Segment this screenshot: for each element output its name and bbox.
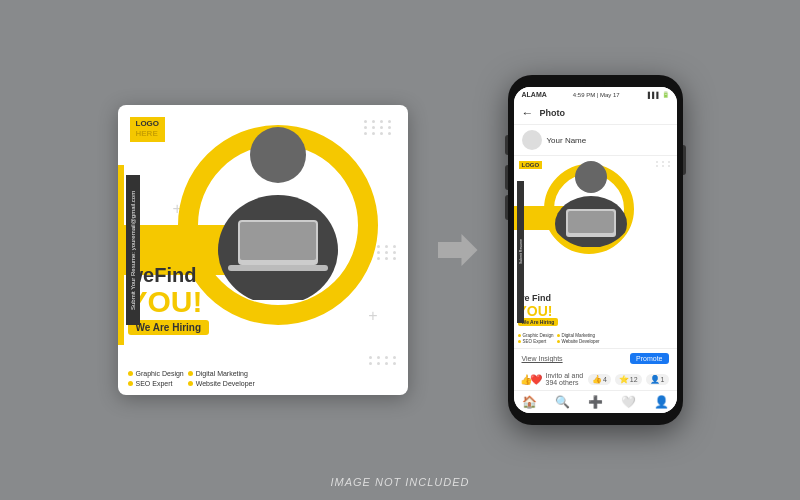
mini-person-image [546, 158, 636, 248]
actions-bar: View Insights Promote [514, 348, 677, 368]
main-container: + + LOGO HERE Submit Yo [0, 0, 800, 500]
mini-skill-2: SEO Expert [518, 339, 554, 344]
skill-col-1: Graphic Design SEO Expert [128, 370, 184, 387]
svg-rect-3 [240, 222, 316, 260]
arrow-icon [438, 230, 478, 270]
mini-dot-grid [656, 161, 672, 167]
carrier-label: ALAMA [522, 91, 547, 98]
phone-volume-down [505, 165, 508, 190]
reaction-count-2: 12 [630, 376, 638, 383]
mini-design-card: LOGO Submit Resume we Find YOU! We Are H… [514, 156, 677, 348]
skill-graphic-design: Graphic Design [128, 370, 184, 377]
side-text: Submit Your Resume: youremail@gmail.com [126, 175, 140, 325]
nav-title: Photo [540, 108, 566, 118]
post-content: LOGO Submit Resume we Find YOU! We Are H… [514, 156, 677, 348]
heart-nav-icon[interactable]: 🤍 [621, 395, 636, 409]
home-icon[interactable]: 🏠 [522, 395, 537, 409]
phone-volume-up [505, 135, 508, 155]
avatar [522, 130, 542, 150]
promote-button[interactable]: Promote [630, 353, 668, 364]
reaction-badge-1: 👍 4 [588, 374, 611, 385]
heart-emoji: ❤️ [530, 374, 542, 385]
mini-logo: LOGO [519, 161, 543, 169]
skill-dot [128, 381, 133, 386]
time-label: 4:59 PM | May 17 [573, 92, 620, 98]
plus-decoration-2: + [368, 307, 377, 325]
view-insights-link[interactable]: View Insights [522, 355, 563, 362]
profile-nav-icon[interactable]: 👤 [654, 395, 669, 409]
logo-here: HERE [136, 129, 160, 139]
text-find: Find [154, 264, 196, 286]
add-icon[interactable]: ➕ [588, 395, 603, 409]
skill-digital-marketing: Digital Marketing [188, 370, 255, 377]
likes-count: Invito al and 394 others [546, 372, 588, 386]
back-arrow-icon[interactable]: ← [522, 106, 534, 120]
arrow-container [438, 230, 478, 270]
mini-skill-col-1: Graphic Design SEO Expert [518, 333, 554, 344]
skill-dot [128, 371, 133, 376]
skill-label: SEO Expert [136, 380, 173, 387]
dot-grid-top-right [364, 120, 393, 135]
phone-notch [585, 80, 605, 85]
phone-body: ALAMA 4:59 PM | May 17 ▐▐▐ 🔋 ← Photo You… [508, 75, 683, 425]
profile-bar: Your Name [514, 125, 677, 156]
skill-dot [188, 381, 193, 386]
reaction-badge-3: 👤 1 [646, 374, 669, 385]
likes-section: 👍 ❤️ Invito al and 394 others [522, 372, 588, 386]
mini-skill-1: Graphic Design [518, 333, 554, 338]
svg-point-0 [250, 127, 306, 183]
bottom-nav-bar: 🏠 🔍 ➕ 🤍 👤 [514, 390, 677, 413]
phone-screen: ALAMA 4:59 PM | May 17 ▐▐▐ 🔋 ← Photo You… [514, 87, 677, 413]
side-stripe [118, 165, 124, 345]
skill-col-2: Digital Marketing Website Developer [188, 370, 255, 387]
battery-icon: 🔋 [662, 91, 669, 98]
phone-power-button [683, 145, 686, 175]
dot-grid-bottom-right [369, 356, 398, 365]
mini-skill-3: Digital Marketing [557, 333, 600, 338]
reaction-emojis: 👍 ❤️ [522, 374, 542, 385]
skills-bar: Graphic Design SEO Expert Digital Market… [128, 370, 398, 387]
status-bar: ALAMA 4:59 PM | May 17 ▐▐▐ 🔋 [514, 87, 677, 102]
skill-web-dev: Website Developer [188, 380, 255, 387]
skill-seo: SEO Expert [128, 380, 184, 387]
design-card: + + LOGO HERE Submit Yo [118, 105, 408, 395]
star-icon: ⭐ [619, 375, 629, 384]
person-icon: 👤 [650, 375, 660, 384]
reactions-right: 👍 4 ⭐ 12 👤 1 [588, 374, 669, 385]
mini-skills-bar: Graphic Design SEO Expert Di [518, 333, 673, 344]
reaction-badge-2: ⭐ 12 [615, 374, 642, 385]
signal-icon: ▐▐▐ [646, 92, 659, 98]
thumbs-icon: 👍 [592, 375, 602, 384]
mini-skill-col-2: Digital Marketing Website Developer [557, 333, 600, 344]
person-image [188, 115, 368, 305]
logo-text: LOGO [136, 119, 160, 129]
search-nav-icon[interactable]: 🔍 [555, 395, 570, 409]
reaction-count-3: 1 [661, 376, 665, 383]
mini-side-text: Submit Resume [517, 181, 524, 323]
svg-rect-4 [228, 265, 328, 271]
profile-name: Your Name [547, 136, 587, 145]
logo-area: LOGO HERE [130, 117, 166, 142]
phone-container: ALAMA 4:59 PM | May 17 ▐▐▐ 🔋 ← Photo You… [508, 75, 683, 425]
battery-icons: ▐▐▐ 🔋 [646, 91, 669, 98]
svg-rect-8 [568, 211, 614, 233]
nav-bar: ← Photo [514, 102, 677, 125]
caption-text: IMAGE NOT INCLUDED [330, 476, 469, 488]
skill-label: Graphic Design [136, 370, 184, 377]
reaction-count-1: 4 [603, 376, 607, 383]
likes-bar: 👍 ❤️ Invito al and 394 others 👍 4 ⭐ 12 [514, 368, 677, 390]
mini-skill-4: Website Developer [557, 339, 600, 344]
phone-silent-button [505, 195, 508, 220]
bottom-caption: IMAGE NOT INCLUDED [330, 472, 469, 490]
skill-dot [188, 371, 193, 376]
skill-label: Digital Marketing [196, 370, 248, 377]
svg-point-5 [575, 161, 607, 193]
skill-label: Website Developer [196, 380, 255, 387]
